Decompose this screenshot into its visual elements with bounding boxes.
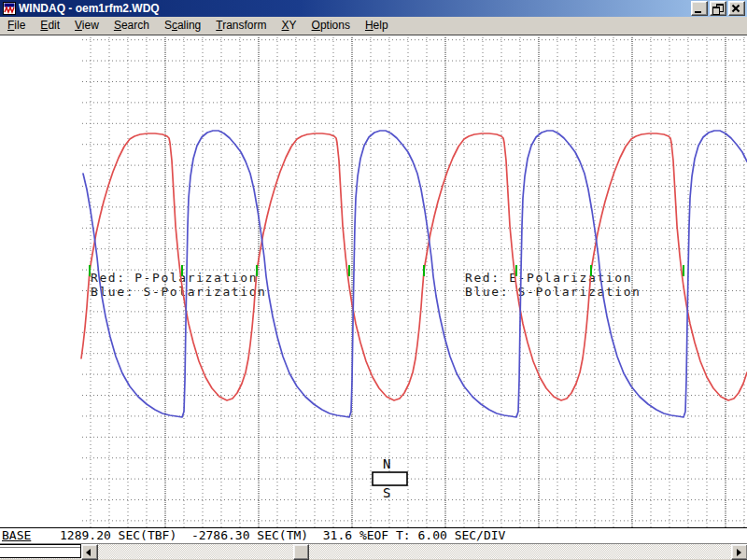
waveform-canvas[interactable]: Red: P-PolarizationBlue: S-PolarizationR… [0,35,747,527]
left-arrow-icon [86,549,91,556]
menu-bar: FileEditViewSearchScalingTransformXYOpti… [0,17,747,35]
magnet-bar [373,472,407,485]
annotation-right-line2: Blue: S-Polarization [465,285,641,299]
annotation-right-line1: Red: E-Polarization [465,271,632,285]
magnet-south-label: S [383,485,390,500]
window-title: WINDAQ - oem1rfm2.WDQ [19,0,691,17]
menu-item-view[interactable]: View [67,17,106,35]
windaq-window: WINDAQ - oem1rfm2.WDQ FileEditViewSearch… [0,0,747,560]
menu-item-edit[interactable]: Edit [33,17,67,35]
event-marker-box [0,544,81,558]
close-button[interactable] [728,1,745,16]
status-readout: 1289.20 SEC(TBF) -2786.30 SEC(TM) 31.6 %… [60,528,505,543]
minimize-button[interactable] [691,1,708,16]
menu-item-search[interactable]: Search [106,17,157,35]
waveform-area[interactable]: Red: P-PolarizationBlue: S-PolarizationR… [0,35,747,527]
magnet-north-label: N [383,456,390,471]
menu-item-options[interactable]: Options [304,17,358,35]
scroll-left-button[interactable] [81,544,98,560]
menu-item-scaling[interactable]: Scaling [157,17,208,35]
right-arrow-icon [737,549,741,556]
horizontal-scrollbar[interactable] [0,543,747,559]
menu-item-file[interactable]: File [0,17,33,35]
status-base-label: BASE [2,528,31,543]
restore-button[interactable] [710,1,726,16]
trace-p-polarization [81,133,747,400]
menu-item-help[interactable]: Help [358,17,396,35]
annotation-left-line2: Blue: S-Polarization [91,285,267,299]
scroll-right-button[interactable] [731,544,747,560]
title-bar[interactable]: WINDAQ - oem1rfm2.WDQ [0,0,747,17]
windaq-logo-icon [3,2,16,15]
menu-item-transform[interactable]: Transform [208,17,274,35]
status-bar: BASE 1289.20 SEC(TBF) -2786.30 SEC(TM) 3… [0,527,747,543]
scrollbar-thumb[interactable] [293,544,309,560]
minimize-icon [695,11,701,13]
menu-item-xy[interactable]: XY [275,17,304,35]
annotation-left-line1: Red: P-Polarization [91,271,258,285]
